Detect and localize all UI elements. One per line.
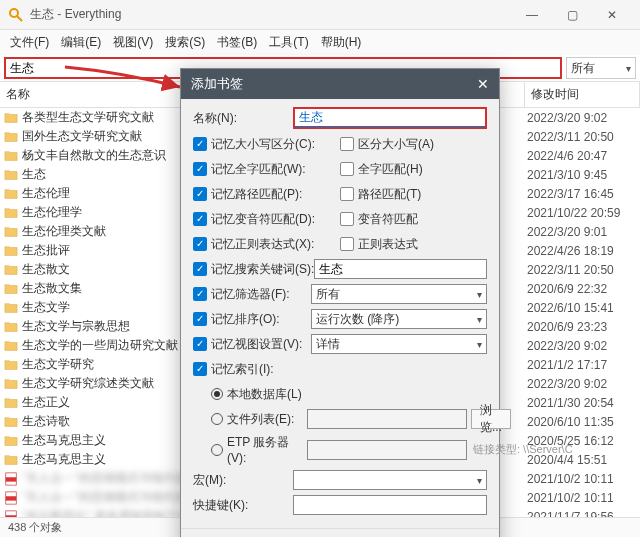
check-right-1[interactable]: [340, 162, 354, 176]
search-keyword-input[interactable]: [314, 259, 487, 279]
check-right-label: 区分大小写(A): [358, 136, 434, 153]
etp-server-radio[interactable]: [211, 444, 223, 456]
file-date: 2022/4/26 18:19: [521, 244, 636, 258]
dialog-title: 添加书签: [191, 75, 243, 93]
file-date: 2022/3/11 20:50: [521, 130, 636, 144]
file-list-input[interactable]: [307, 409, 467, 429]
file-date: 2022/3/20 9:02: [521, 111, 636, 125]
remember-view-label: 记忆视图设置(V):: [211, 336, 311, 353]
column-date[interactable]: 修改时间: [525, 82, 640, 107]
file-date: 2020/6/9 22:32: [521, 282, 636, 296]
menu-item-5[interactable]: 工具(T): [269, 34, 308, 51]
check-right-4[interactable]: [340, 237, 354, 251]
local-db-radio[interactable]: [211, 388, 223, 400]
view-select[interactable]: 详情: [311, 334, 487, 354]
name-label: 名称(N):: [193, 110, 293, 127]
remember-view-check[interactable]: [193, 337, 207, 351]
etp-server-input[interactable]: [307, 440, 467, 460]
app-icon: [8, 7, 24, 23]
file-date: 2021/3/10 9:45: [521, 168, 636, 182]
svg-point-0: [10, 9, 18, 17]
add-bookmark-dialog: 添加书签 ✕ 名称(N): 记忆大小写区分(C):区分大小写(A)记忆全字匹配(…: [180, 68, 500, 537]
macro-select[interactable]: [293, 470, 487, 490]
maximize-button[interactable]: ▢: [552, 1, 592, 29]
check-left-4[interactable]: [193, 237, 207, 251]
etp-server-label: ETP 服务器(V):: [227, 434, 307, 465]
file-date: 2022/3/20 9:01: [521, 225, 636, 239]
file-date: 2022/4/6 20:47: [521, 149, 636, 163]
remember-sort-check[interactable]: [193, 312, 207, 326]
svg-rect-5: [6, 496, 17, 500]
file-list-radio[interactable]: [211, 413, 223, 425]
title-bar: 生态 - Everything — ▢ ✕: [0, 0, 640, 30]
remember-sort-label: 记忆排序(O):: [211, 311, 311, 328]
check-right-label: 正则表达式: [358, 236, 418, 253]
name-input[interactable]: [295, 109, 485, 127]
check-right-label: 全字匹配(H): [358, 161, 423, 178]
check-left-label: 记忆全字匹配(W):: [211, 161, 306, 178]
file-date: 2021/1/30 20:54: [521, 396, 636, 410]
browse-button[interactable]: 浏览...: [471, 409, 511, 429]
local-db-label: 本地数据库(L): [227, 386, 302, 403]
remember-index-label: 记忆索引(I):: [211, 361, 311, 378]
menu-item-0[interactable]: 文件(F): [10, 34, 49, 51]
remember-search-check[interactable]: [193, 262, 207, 276]
menu-item-4[interactable]: 书签(B): [217, 34, 257, 51]
check-left-2[interactable]: [193, 187, 207, 201]
check-left-label: 记忆路径匹配(P):: [211, 186, 302, 203]
filter-select[interactable]: 所有: [311, 284, 487, 304]
link-type-hint: 链接类型: \\Server\C: [473, 442, 573, 457]
menu-bar: 文件(F)编辑(E)视图(V)搜索(S)书签(B)工具(T)帮助(H): [0, 30, 640, 55]
file-date: 2022/3/20 9:02: [521, 339, 636, 353]
menu-item-2[interactable]: 视图(V): [113, 34, 153, 51]
remember-search-label: 记忆搜索关键词(S):: [211, 261, 314, 278]
check-left-label: 记忆大小写区分(C):: [211, 136, 315, 153]
file-date: 2020/6/10 11:35: [521, 415, 636, 429]
file-date: 2022/3/20 9:02: [521, 377, 636, 391]
remember-index-check[interactable]: [193, 362, 207, 376]
menu-item-3[interactable]: 搜索(S): [165, 34, 205, 51]
check-right-label: 变音符匹配: [358, 211, 418, 228]
window-title: 生态 - Everything: [30, 6, 512, 23]
file-date: 2021/1/2 17:17: [521, 358, 636, 372]
name-input-highlight: [293, 107, 487, 129]
close-button[interactable]: ✕: [592, 1, 632, 29]
hotkey-input[interactable]: [293, 495, 487, 515]
check-left-0[interactable]: [193, 137, 207, 151]
sort-select[interactable]: 运行次数 (降序): [311, 309, 487, 329]
check-left-3[interactable]: [193, 212, 207, 226]
check-left-label: 记忆变音符匹配(D):: [211, 211, 315, 228]
minimize-button[interactable]: —: [512, 1, 552, 29]
check-right-label: 路径匹配(T): [358, 186, 421, 203]
check-right-0[interactable]: [340, 137, 354, 151]
svg-line-1: [17, 16, 22, 21]
file-date: 2022/3/17 16:45: [521, 187, 636, 201]
file-list-label: 文件列表(E):: [227, 411, 307, 428]
file-date: 2022/6/10 15:41: [521, 301, 636, 315]
menu-item-6[interactable]: 帮助(H): [321, 34, 362, 51]
check-left-label: 记忆正则表达式(X):: [211, 236, 314, 253]
dialog-title-bar: 添加书签 ✕: [181, 69, 499, 99]
remember-filter-check[interactable]: [193, 287, 207, 301]
svg-rect-3: [6, 477, 17, 481]
dialog-close-icon[interactable]: ✕: [477, 76, 489, 92]
file-date: 2021/10/2 10:11: [521, 472, 636, 486]
check-right-2[interactable]: [340, 187, 354, 201]
macro-label: 宏(M):: [193, 472, 293, 489]
remember-filter-label: 记忆筛选器(F):: [211, 286, 311, 303]
check-right-3[interactable]: [340, 212, 354, 226]
file-date: 2022/3/11 20:50: [521, 263, 636, 277]
file-date: 2021/10/2 10:11: [521, 491, 636, 505]
hotkey-label: 快捷键(K):: [193, 497, 293, 514]
file-date: 2021/10/22 20:59: [521, 206, 636, 220]
filter-select[interactable]: 所有▾: [566, 57, 636, 79]
file-date: 2020/6/9 23:23: [521, 320, 636, 334]
check-left-1[interactable]: [193, 162, 207, 176]
menu-item-1[interactable]: 编辑(E): [61, 34, 101, 51]
